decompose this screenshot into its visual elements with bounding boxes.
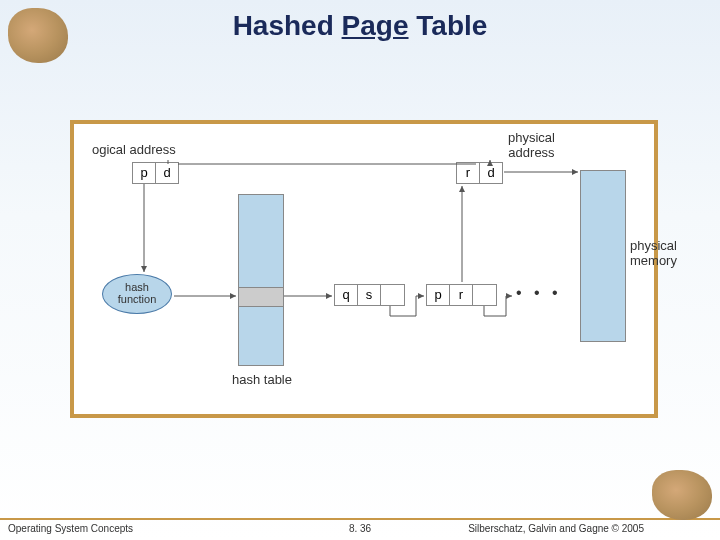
dinosaur-logo-bottom-right <box>652 470 712 520</box>
hash-table <box>238 194 284 366</box>
cell-d2: d <box>480 163 502 183</box>
cell-p: p <box>133 163 156 183</box>
cell-r: r <box>457 163 480 183</box>
physical-addr-box: r d <box>456 162 503 184</box>
ellipsis: • • • <box>516 284 562 302</box>
label-hash-table: hash table <box>232 372 292 387</box>
title-a: Hashed <box>233 10 342 41</box>
chain-node-1: q s <box>334 284 405 306</box>
title-b: Page <box>342 10 409 41</box>
chain-node-2: p r <box>426 284 497 306</box>
label-physical-memory: physical memory <box>630 238 677 268</box>
hash-table-slot <box>239 287 283 307</box>
cell-ptr1 <box>381 285 403 305</box>
footer-separator <box>0 518 720 520</box>
hash-function-oval: hash function <box>102 274 172 314</box>
physical-memory <box>580 170 626 342</box>
slide: Hashed Page Table ogical address physica… <box>0 0 720 540</box>
footer-right: Silberschatz, Galvin and Gagne © 2005 <box>468 523 644 534</box>
cell-s: s <box>358 285 381 305</box>
logical-addr-box: p d <box>132 162 179 184</box>
cell-r2: r <box>450 285 473 305</box>
cell-ptr2 <box>473 285 495 305</box>
title-c: Table <box>409 10 488 41</box>
cell-d: d <box>156 163 178 183</box>
cell-p2: p <box>427 285 450 305</box>
hash-function-text: hash function <box>118 281 157 305</box>
label-physical-address: physical address <box>508 130 555 160</box>
label-logical-address: ogical address <box>92 142 176 157</box>
diagram-frame: ogical address physical address p d r d … <box>70 120 658 418</box>
cell-q: q <box>335 285 358 305</box>
slide-title: Hashed Page Table <box>0 10 720 42</box>
